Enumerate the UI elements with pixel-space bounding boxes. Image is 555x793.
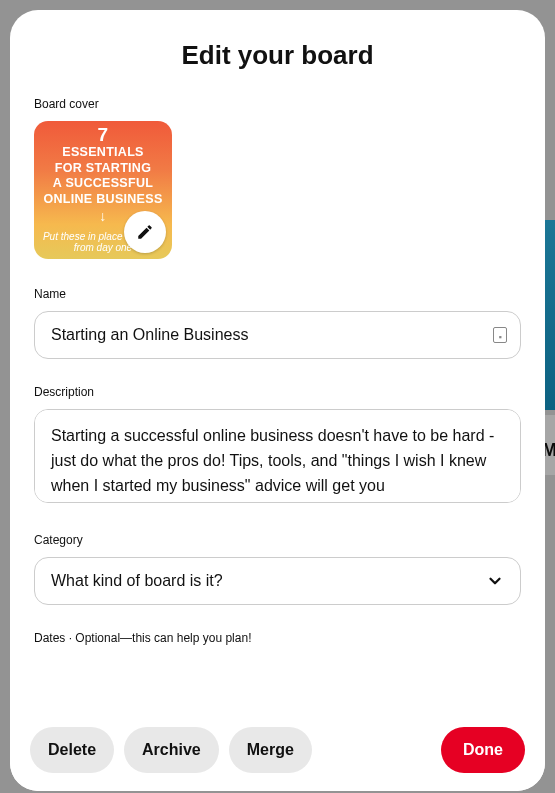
description-input[interactable] xyxy=(34,409,521,503)
category-field-group: Category What kind of board is it? xyxy=(34,533,521,605)
cover-line: ESSENTIALS xyxy=(62,145,144,159)
board-cover-label: Board cover xyxy=(34,97,521,111)
archive-button[interactable]: Archive xyxy=(124,727,219,773)
cover-line: FOR STARTING xyxy=(55,161,151,175)
cover-line: ONLINE BUSINESS xyxy=(43,192,162,206)
pencil-icon xyxy=(136,223,154,241)
modal-body: Edit your board Board cover 7 ESSENTIALS… xyxy=(10,10,545,709)
name-label: Name xyxy=(34,287,521,301)
category-label: Category xyxy=(34,533,521,547)
modal-title: Edit your board xyxy=(34,40,521,71)
dates-field-group: Dates · Optional—this can help you plan! xyxy=(34,631,521,645)
delete-button[interactable]: Delete xyxy=(30,727,114,773)
edit-board-modal: Edit your board Board cover 7 ESSENTIALS… xyxy=(10,10,545,791)
name-input[interactable] xyxy=(34,311,521,359)
dates-label: Dates · Optional—this can help you plan! xyxy=(34,631,521,645)
edit-cover-button[interactable] xyxy=(124,211,166,253)
contact-card-icon: ▪ xyxy=(493,327,507,343)
category-placeholder: What kind of board is it? xyxy=(51,572,223,590)
name-field-group: Name ▪ xyxy=(34,287,521,359)
modal-footer: Delete Archive Merge Done xyxy=(10,709,545,791)
description-field-group: Description xyxy=(34,385,521,507)
cover-line-number: 7 xyxy=(42,125,164,144)
chevron-down-icon xyxy=(486,572,504,590)
description-label: Description xyxy=(34,385,521,399)
board-cover-thumbnail[interactable]: 7 ESSENTIALS FOR STARTING A SUCCESSFUL O… xyxy=(34,121,172,259)
merge-button[interactable]: Merge xyxy=(229,727,312,773)
done-button[interactable]: Done xyxy=(441,727,525,773)
cover-line: A SUCCESSFUL xyxy=(53,176,153,190)
category-select[interactable]: What kind of board is it? xyxy=(34,557,521,605)
